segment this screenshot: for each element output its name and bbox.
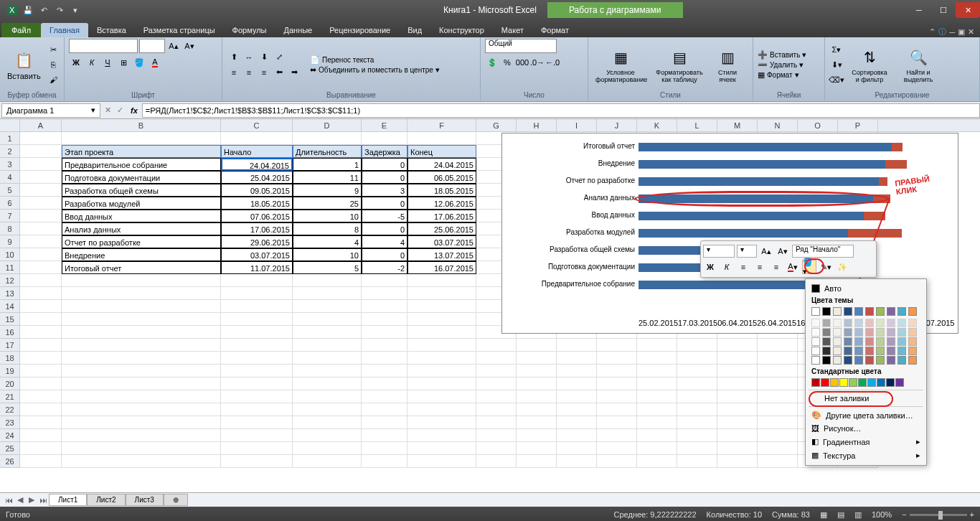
row-header[interactable]: 3 [0, 158, 20, 171]
theme-color-swatch[interactable] [811, 307, 820, 316]
mini-bold-button[interactable]: Ж [703, 260, 717, 274]
cell[interactable] [717, 442, 758, 455]
find-select-button[interactable]: 🔍Найти и выделить [895, 44, 941, 85]
cell[interactable]: Разработка модулей [62, 197, 221, 210]
theme-shade-swatch[interactable] [908, 347, 917, 355]
standard-color-swatch[interactable] [858, 378, 867, 387]
cell[interactable] [717, 416, 758, 429]
row-header[interactable]: 11 [0, 261, 20, 274]
cell[interactable] [221, 132, 293, 145]
maximize-button[interactable]: ☐ [931, 2, 956, 18]
cell[interactable] [476, 403, 517, 416]
delete-cells-button[interactable]: ➖Удалить▾ [758, 60, 806, 70]
indent-dec-icon[interactable]: ⬅ [272, 65, 286, 80]
close-button[interactable]: ✕ [956, 2, 980, 18]
cell[interactable] [20, 158, 62, 171]
mini-series-combo[interactable]: Ряд "Начало" [792, 245, 854, 258]
cell-styles-button[interactable]: ▥Стили ячеек [710, 44, 745, 85]
sheet-next-icon[interactable]: ▶ [26, 494, 37, 506]
row-header[interactable]: 9 [0, 235, 20, 248]
cell[interactable] [293, 442, 362, 455]
more-colors-item[interactable]: 🎨Другие цвета заливки… [809, 408, 923, 422]
cell[interactable] [597, 429, 637, 442]
theme-shade-swatch[interactable] [854, 319, 863, 327]
cell[interactable]: 17.06.2015 [221, 222, 293, 235]
cell[interactable] [20, 197, 62, 210]
cancel-icon[interactable]: ✕ [102, 105, 114, 115]
standard-color-swatch[interactable] [839, 378, 848, 387]
cell[interactable] [677, 442, 717, 455]
cell[interactable] [221, 313, 293, 326]
cell[interactable] [221, 390, 293, 403]
cell[interactable] [407, 300, 476, 313]
cell[interactable] [597, 390, 637, 403]
cell[interactable] [758, 442, 798, 455]
font-size-combo[interactable] [139, 39, 165, 53]
theme-color-swatch[interactable] [865, 307, 874, 316]
cell[interactable]: 13.07.2015 [407, 248, 476, 261]
cell[interactable] [221, 300, 293, 313]
row-header[interactable]: 5 [0, 184, 20, 197]
cell[interactable]: 18.05.2015 [221, 197, 293, 210]
number-format-combo[interactable]: Общий [485, 39, 557, 53]
row-header[interactable]: 2 [0, 145, 20, 158]
cell[interactable] [407, 352, 476, 365]
theme-color-swatch[interactable] [876, 307, 885, 316]
theme-color-swatch[interactable] [833, 307, 842, 316]
mini-align-center-icon[interactable]: ≡ [753, 260, 767, 274]
row-header[interactable]: 7 [0, 210, 20, 222]
cell[interactable]: 25.06.2015 [407, 222, 476, 235]
cell[interactable] [637, 416, 677, 429]
cell[interactable] [362, 377, 407, 390]
cell[interactable] [293, 403, 362, 416]
theme-shade-swatch[interactable] [897, 356, 906, 365]
sheet-tab-3[interactable]: Лист3 [126, 494, 164, 506]
cell[interactable]: 09.05.2015 [221, 184, 293, 197]
cell[interactable] [517, 377, 557, 390]
row-header[interactable]: 12 [0, 274, 20, 287]
cell[interactable]: 1 [293, 158, 362, 171]
cell[interactable] [557, 416, 597, 429]
theme-shade-swatch[interactable] [887, 319, 895, 327]
cell[interactable] [677, 352, 717, 365]
align-top-icon[interactable]: ⬆ [227, 50, 241, 65]
standard-color-swatch[interactable] [821, 378, 829, 387]
indent-inc-icon[interactable]: ➡ [287, 65, 301, 80]
cell[interactable] [20, 429, 62, 442]
theme-shade-swatch[interactable] [897, 319, 906, 327]
doc-close-icon[interactable]: ✕ [968, 27, 974, 37]
standard-color-swatch[interactable] [811, 378, 820, 387]
row-header[interactable]: 13 [0, 287, 20, 300]
theme-shade-swatch[interactable] [865, 328, 874, 337]
cell[interactable] [476, 377, 517, 390]
cell[interactable] [221, 326, 293, 339]
cell[interactable] [677, 416, 717, 429]
theme-shade-swatch[interactable] [887, 328, 895, 337]
zoom-slider[interactable]: −+ [902, 510, 974, 519]
cell[interactable] [717, 365, 758, 377]
theme-shade-swatch[interactable] [897, 328, 906, 337]
cell[interactable] [20, 352, 62, 365]
view-normal-icon[interactable]: ▦ [820, 510, 827, 520]
sheet-last-icon[interactable]: ⏭ [37, 494, 49, 506]
theme-shade-swatch[interactable] [887, 356, 895, 365]
fill-color-icon[interactable]: 🪣 [132, 55, 146, 70]
cell[interactable] [557, 365, 597, 377]
cell[interactable] [20, 365, 62, 377]
row-header[interactable]: 21 [0, 390, 20, 403]
cell[interactable]: -5 [362, 210, 407, 222]
align-right-icon[interactable]: ≡ [257, 65, 271, 80]
theme-shade-swatch[interactable] [833, 319, 842, 327]
tab-formulas[interactable]: Формулы [224, 23, 275, 37]
cell[interactable] [517, 455, 557, 468]
cell[interactable] [597, 442, 637, 455]
theme-shade-swatch[interactable] [833, 347, 842, 355]
cell[interactable]: 4 [293, 235, 362, 248]
cell[interactable] [407, 442, 476, 455]
cell[interactable] [517, 416, 557, 429]
theme-color-swatch[interactable] [854, 307, 863, 316]
cell[interactable] [557, 442, 597, 455]
shrink-font-icon[interactable]: A▾ [182, 39, 197, 53]
cell[interactable] [293, 339, 362, 352]
cell[interactable] [221, 442, 293, 455]
